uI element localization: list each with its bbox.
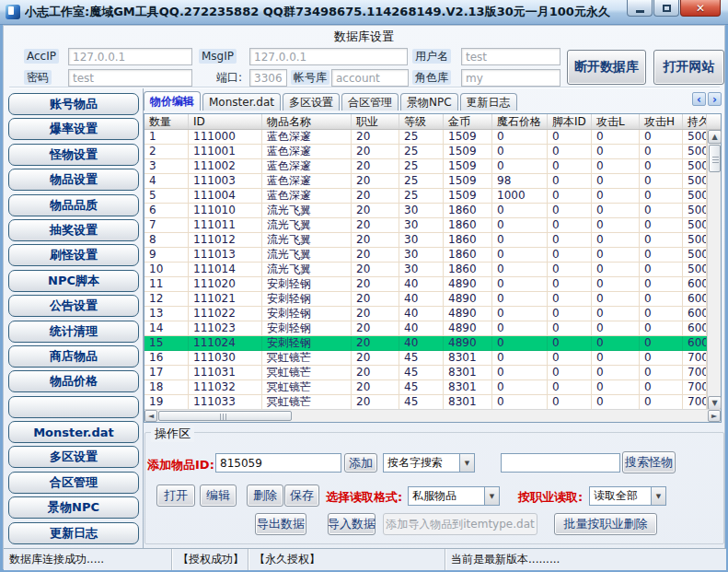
scroll-down-button[interactable]: ▼ <box>708 396 722 410</box>
edit-button[interactable]: 编辑 <box>200 484 237 507</box>
disconnect-db-button[interactable]: 断开数据库 <box>567 50 646 85</box>
table-cell: 蓝色深邃 <box>262 145 352 159</box>
sidebar-item-商店物品[interactable]: 商店物品 <box>8 345 139 368</box>
horizontal-scroll-thumb[interactable] <box>158 411 292 421</box>
sidebar-item-NPC脚本[interactable]: NPC脚本 <box>8 270 139 292</box>
sidebar-item-怪物设置[interactable]: 怪物设置 <box>8 144 139 166</box>
column-header[interactable]: 等级 <box>399 114 444 129</box>
sidebar-item-账号物品[interactable]: 账号物品 <box>8 93 139 115</box>
table-row[interactable]: 17111031冥虹镜芒2045830100007000 <box>144 366 721 380</box>
table-row[interactable]: 12111021安刺轻钢2040489000006000 <box>144 292 721 307</box>
table-row[interactable]: 18111032冥虹镜芒2045830100007000 <box>144 380 721 395</box>
table-row[interactable]: 15111024安刺轻钢2040489000006000 <box>144 336 721 351</box>
column-header[interactable]: 持久 <box>683 114 707 129</box>
minimize-button[interactable] <box>627 0 653 17</box>
table-row[interactable]: 16111030冥虹镜芒2045830100007000 <box>144 351 721 366</box>
table-row[interactable]: 19111033冥虹镜芒2045830100007000 <box>144 395 721 410</box>
table-cell: 0 <box>592 395 640 410</box>
accip-label: AccIP <box>24 49 59 64</box>
open-button[interactable]: 打开 <box>156 484 195 507</box>
maximize-button[interactable] <box>653 0 679 17</box>
vertical-scroll-thumb[interactable] <box>709 145 721 172</box>
table-cell: 0 <box>640 159 683 174</box>
scroll-left-button[interactable]: ◄ <box>144 410 157 422</box>
table-row[interactable]: 1111000蓝色深邃2025150900005000 <box>144 130 721 145</box>
table-row[interactable]: 2111001蓝色深邃2025150900005000 <box>144 145 721 159</box>
vertical-scrollbar[interactable]: ▲ ▼ <box>707 130 721 410</box>
sidebar-item-物品设置[interactable]: 物品设置 <box>8 169 139 191</box>
table-cell: 0 <box>548 263 592 277</box>
column-header[interactable]: 数量 <box>144 114 189 129</box>
status-auth: 【授权成功】 <box>172 549 248 570</box>
table-row[interactable]: 14111023安刺轻钢2040489000006000 <box>144 321 721 336</box>
sidebar-item-合区管理[interactable]: 合区管理 <box>8 472 139 494</box>
add-button[interactable]: 添加 <box>344 453 377 473</box>
column-header[interactable]: 金币 <box>444 114 492 129</box>
sidebar-item-多区设置[interactable]: 多区设置 <box>8 446 139 468</box>
table-cell: 111021 <box>189 292 262 307</box>
delete-button[interactable]: 删除 <box>247 484 283 507</box>
table-row[interactable]: 4111003蓝色深邃20251509980005000 <box>144 174 721 189</box>
sidebar-item-抽奖设置[interactable]: 抽奖设置 <box>8 219 139 241</box>
table-cell: 7000 <box>683 351 707 366</box>
table-cell: 5000 <box>683 159 707 174</box>
search-mode-select[interactable]: 按名字搜索 ▼ <box>383 453 475 473</box>
tab-景物NPC[interactable]: 景物NPC <box>400 93 458 111</box>
table-cell: 20 <box>352 218 399 233</box>
open-website-button[interactable]: 打开网站 <box>653 50 724 85</box>
tab-合区管理[interactable]: 合区管理 <box>341 93 399 111</box>
horizontal-scrollbar[interactable]: ◄ ► <box>144 409 721 422</box>
sidebar-item-blank[interactable] <box>8 396 139 418</box>
add-item-id-input[interactable] <box>215 453 341 473</box>
sidebar-item-刷怪设置[interactable]: 刷怪设置 <box>8 244 139 266</box>
column-header[interactable]: 脚本ID <box>548 114 592 129</box>
table-row[interactable]: 13111022安刺轻钢2040489000006000 <box>144 307 721 321</box>
table-row[interactable]: 5111004蓝色深邃2025150910000005000 <box>144 189 721 204</box>
table-cell: 蓝色深邃 <box>262 159 352 174</box>
read-format-value: 私服物品 <box>409 488 484 504</box>
table-row[interactable]: 7111011流光飞翼2030186000005000 <box>144 218 721 233</box>
table-row[interactable]: 10111014流光飞翼2030186000005000 <box>144 263 721 277</box>
sidebar-item-景物NPC[interactable]: 景物NPC <box>8 496 139 519</box>
sidebar-item-物品价格[interactable]: 物品价格 <box>8 370 139 392</box>
sidebar-item-物品品质[interactable]: 物品品质 <box>8 194 139 216</box>
close-button[interactable]: ✕ <box>680 0 721 17</box>
export-data-button[interactable]: 导出数据 <box>255 513 306 535</box>
table-row[interactable]: 3111002蓝色深邃2025150900005000 <box>144 159 721 174</box>
sidebar-item-公告设置[interactable]: 公告设置 <box>8 295 139 317</box>
save-button[interactable]: 保存 <box>284 484 319 507</box>
table-cell: 8301 <box>444 366 492 380</box>
table-cell: 7000 <box>683 366 707 380</box>
column-header[interactable]: 物品名称 <box>262 114 352 129</box>
column-header[interactable]: 攻击L <box>592 114 640 129</box>
column-header[interactable]: 攻击H <box>640 114 683 129</box>
sidebar-item-Monster.dat[interactable]: Monster.dat <box>8 421 139 443</box>
tab-Monster.dat[interactable]: Monster.dat <box>202 93 281 111</box>
column-header[interactable]: 魔石价格 <box>492 114 548 129</box>
table-row[interactable]: 11111020安刺轻钢2040489000006000 <box>144 277 721 292</box>
search-monster-button[interactable]: 搜索怪物 <box>622 451 676 473</box>
read-format-select[interactable]: 私服物品 ▼ <box>408 486 500 506</box>
tab-scroll-right-button[interactable]: › <box>708 92 722 106</box>
table-row[interactable]: 8111012流光飞翼2030186000005000 <box>144 233 721 248</box>
table-cell: 111012 <box>189 233 262 248</box>
sidebar-item-爆率设置[interactable]: 爆率设置 <box>8 118 139 140</box>
table-row[interactable]: 9111013流光飞翼2030186000005000 <box>144 248 721 263</box>
tab-物价编辑[interactable]: 物价编辑 <box>144 91 201 111</box>
sidebar-item-更新日志[interactable]: 更新日志 <box>8 522 139 544</box>
titlebar[interactable]: 小志工作室:魔域GM工具QQ.272235882 QQ群73498675.114… <box>0 0 728 25</box>
table-cell: 8301 <box>444 380 492 395</box>
import-data-button[interactable]: 导入数据 <box>328 513 376 535</box>
batch-delete-by-class-button[interactable]: 批量按职业删除 <box>554 513 657 535</box>
tab-更新日志[interactable]: 更新日志 <box>460 93 517 111</box>
tab-多区设置[interactable]: 多区设置 <box>283 93 340 111</box>
table-row[interactable]: 6111010流光飞翼2030186000005000 <box>144 204 721 218</box>
scroll-up-button[interactable]: ▲ <box>708 130 722 144</box>
monster-search-input[interactable] <box>501 453 620 473</box>
scroll-right-button[interactable]: ► <box>708 410 721 422</box>
column-header[interactable]: 职业 <box>352 114 399 129</box>
column-header[interactable]: ID <box>189 114 262 129</box>
sidebar-item-统计清理[interactable]: 统计清理 <box>8 321 139 343</box>
tab-scroll-left-button[interactable]: ‹ <box>692 92 706 106</box>
read-by-class-select[interactable]: 读取全部 ▼ <box>589 486 666 506</box>
